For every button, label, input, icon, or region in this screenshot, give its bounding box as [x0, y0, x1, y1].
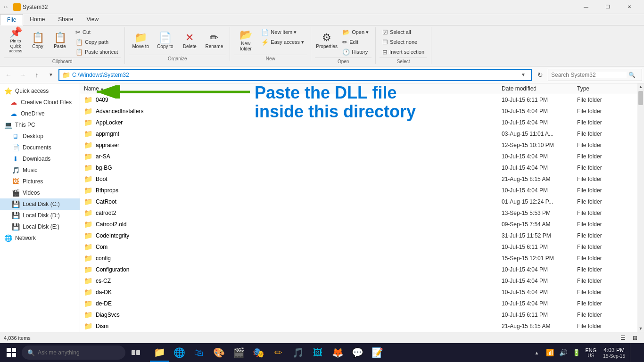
copy-to-button[interactable]: 📄 Copy to [153, 27, 177, 54]
nav-back-button[interactable]: ← [2, 68, 15, 82]
scroll-up-button[interactable]: ▲ [637, 83, 644, 90]
taskbar-pr-icon[interactable]: 🎬 [229, 343, 248, 362]
taskbar-firefox-icon[interactable]: 🦊 [328, 343, 347, 362]
file-row[interactable]: 📁 da-DK 10-Jul-15 4:04 PM File folder [80, 287, 637, 298]
tray-chevron[interactable]: ▲ [530, 343, 543, 362]
file-row[interactable]: 📁 bg-BG 10-Jul-15 4:04 PM File folder [80, 162, 637, 173]
file-row[interactable]: 📁 config 15-Sep-15 12:01 PM File folder [80, 253, 637, 264]
taskbar-skype-icon[interactable]: 💬 [348, 343, 367, 362]
copy-button[interactable]: 📋 Copy [28, 27, 47, 54]
address-dropdown[interactable]: ▼ [519, 70, 528, 80]
taskbar-dw-icon[interactable]: ✏ [269, 343, 288, 362]
taskbar-ae-icon[interactable]: 🎭 [249, 343, 268, 362]
sidebar-item-local-d[interactable]: 💾 Local Disk (D:) [0, 210, 80, 221]
scroll-down-button[interactable]: ▼ [637, 325, 644, 332]
large-icons-view-button[interactable]: ⊞ [630, 333, 640, 343]
details-view-button[interactable]: ☰ [618, 333, 628, 343]
taskbar-muse-icon[interactable]: 🎵 [289, 343, 307, 362]
nav-forward-button[interactable]: → [16, 68, 29, 82]
taskbar-edge-icon[interactable]: 🌐 [170, 343, 189, 362]
address-bar[interactable]: 📁 C:\Windows\System32 ▼ [58, 69, 532, 81]
sidebar-item-creative-cloud[interactable]: ☁ Creative Cloud Files [0, 97, 80, 108]
minimize-button[interactable]: — [575, 0, 597, 14]
sidebar-item-network[interactable]: 🌐 Network [0, 232, 80, 244]
file-row[interactable]: 📁 DiagSvcs 10-Jul-15 6:11 PM File folder [80, 309, 637, 321]
file-row[interactable]: 📁 Boot 21-Aug-15 8:15 AM File folder [80, 173, 637, 185]
tray-volume-icon[interactable]: 🔊 [557, 343, 569, 362]
new-folder-button[interactable]: 📂 New folder [234, 27, 257, 54]
file-row[interactable]: 📁 ar-SA 10-Jul-15 4:04 PM File folder [80, 151, 637, 162]
move-to-button[interactable]: 📁 Move to [129, 27, 152, 54]
sidebar-item-onedrive[interactable]: ☁ OneDrive [0, 108, 80, 119]
language-selector[interactable]: ENG US [583, 347, 598, 358]
taskbar-store-icon[interactable]: 🛍 [190, 343, 208, 362]
scrollbar[interactable]: ▲ ▼ [637, 83, 644, 332]
taskbar-explorer-icon[interactable]: 📁 [150, 343, 169, 362]
search-input[interactable] [551, 72, 627, 78]
col-header-type[interactable]: Type [577, 85, 634, 92]
file-row[interactable]: 📁 Bthprops 10-Jul-15 4:04 PM File folder [80, 185, 637, 196]
sidebar-item-this-pc[interactable]: 💻 This PC [0, 119, 80, 131]
sidebar-item-downloads[interactable]: ⬇ Downloads [0, 153, 80, 165]
select-none-button[interactable]: ☐ Select none [380, 37, 427, 47]
taskbar-clock[interactable]: 4:03 PM 15-Sep-15 [599, 347, 629, 359]
sidebar-item-quick-access[interactable]: ⭐ Quick access [0, 85, 80, 97]
delete-button[interactable]: ✕ Delete [178, 27, 201, 54]
nav-up-button[interactable]: ↑ [30, 68, 43, 82]
edit-button[interactable]: ✏ Edit [339, 37, 372, 47]
paste-shortcut-button[interactable]: 📋 Paste shortcut [73, 47, 121, 57]
close-button[interactable]: ✕ [619, 0, 640, 14]
select-all-button[interactable]: ☑ Select all [380, 27, 427, 37]
history-button[interactable]: 🕐 History [339, 47, 372, 57]
nav-recent-button[interactable]: ▼ [44, 68, 58, 82]
task-view-button[interactable] [126, 343, 145, 362]
tab-file[interactable]: File [0, 14, 23, 25]
file-row[interactable]: 📁 appmgmt 03-Aug-15 11:01 A... File fold… [80, 128, 637, 140]
sidebar-item-pictures[interactable]: 🖼 Pictures [0, 176, 80, 187]
chevron-left[interactable]: ‹ [4, 5, 5, 9]
taskbar-search-input[interactable] [38, 349, 108, 356]
easy-access-button[interactable]: ⚡ Easy access ▾ [258, 37, 307, 47]
sidebar-item-music[interactable]: 🎵 Music [0, 165, 80, 176]
properties-button[interactable]: ⚙ Properties [315, 27, 339, 54]
tab-share[interactable]: Share [51, 14, 80, 25]
chevron-right[interactable]: › [6, 5, 8, 9]
taskbar-ps-icon[interactable]: 🖼 [308, 343, 327, 362]
open-button[interactable]: 📂 Open ▾ [339, 27, 372, 37]
sidebar-item-videos[interactable]: 🎬 Videos [0, 187, 80, 198]
file-row[interactable]: 📁 Dism 21-Aug-15 8:15 AM File folder [80, 321, 637, 332]
file-row[interactable]: 📁 Com 10-Jul-15 6:11 PM File folder [80, 241, 637, 253]
new-item-button[interactable]: 📄 New item ▾ [258, 27, 307, 37]
tray-network-icon[interactable]: 📶 [544, 343, 556, 362]
file-row[interactable]: 📁 catroot2 13-Sep-15 5:53 PM File folder [80, 207, 637, 219]
rename-button[interactable]: ✏ Rename [202, 27, 226, 54]
paste-button[interactable]: 📋 Paste [48, 27, 72, 54]
scroll-track[interactable] [637, 90, 644, 325]
refresh-button[interactable]: ↻ [534, 69, 547, 81]
maximize-button[interactable]: ❐ [597, 0, 619, 14]
sidebar-item-local-e[interactable]: 💾 Local Disk (E:) [0, 221, 80, 232]
sidebar-item-desktop[interactable]: 🖥 Desktop [0, 131, 80, 142]
tray-battery-icon[interactable]: 🔋 [570, 343, 582, 362]
start-button[interactable] [2, 343, 21, 362]
taskbar-ai-icon[interactable]: 🎨 [209, 343, 228, 362]
scroll-thumb[interactable] [638, 91, 643, 105]
sidebar-item-documents[interactable]: 📄 Documents [0, 142, 80, 153]
invert-selection-button[interactable]: ⊟ Invert selection [380, 47, 427, 57]
file-row[interactable]: 📁 CatRoot 01-Aug-15 12:24 P... File fold… [80, 196, 637, 207]
file-row[interactable]: 📁 appraiser 12-Sep-15 10:10 PM File fold… [80, 140, 637, 151]
col-header-date[interactable]: Date modified [502, 85, 577, 92]
file-row[interactable]: 📁 Catroot2.old 09-Sep-15 7:54 AM File fo… [80, 219, 637, 230]
pin-to-quick-access-button[interactable]: 📌 Pin to Quick access [4, 27, 27, 54]
file-row[interactable]: 📁 CodeIntegrity 31-Jul-15 11:52 PM File … [80, 230, 637, 241]
tab-view[interactable]: View [80, 14, 105, 25]
sidebar-item-local-c[interactable]: 💾 Local Disk (C:) [0, 198, 80, 210]
show-desktop-button[interactable] [630, 343, 642, 362]
file-row[interactable]: 📁 de-DE 10-Jul-15 4:04 PM File folder [80, 298, 637, 309]
file-row[interactable]: 📁 cs-CZ 10-Jul-15 4:04 PM File folder [80, 275, 637, 287]
copy-path-button[interactable]: 📋 Copy path [73, 37, 121, 47]
taskbar-search[interactable]: 🔍 [22, 346, 125, 360]
cut-button[interactable]: ✂ Cut [73, 27, 121, 37]
search-bar[interactable]: 🔍 [548, 69, 642, 81]
file-row[interactable]: 📁 Configuration 10-Jul-15 4:04 PM File f… [80, 264, 637, 275]
